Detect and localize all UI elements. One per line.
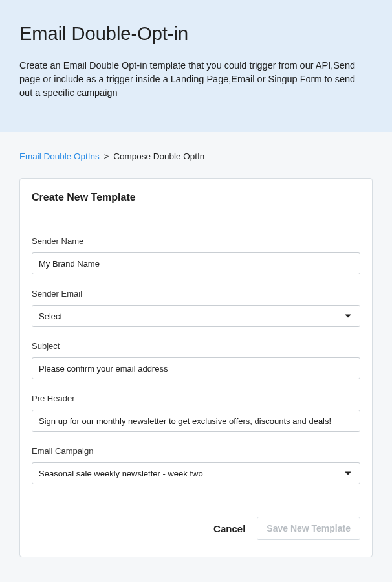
card-footer: Cancel Save New Template [20, 505, 372, 557]
page-hero: Email Double-Opt-in Create an Email Doub… [0, 0, 392, 132]
email-campaign-group: Email Campaign Seasonal sale weekly news… [32, 446, 360, 484]
card-header: Create New Template [20, 179, 372, 218]
cancel-button[interactable]: Cancel [213, 523, 245, 534]
card-body: Sender Name Sender Email Select Subject … [20, 218, 372, 505]
subject-label: Subject [32, 341, 360, 351]
sender-email-group: Sender Email Select [32, 289, 360, 327]
breadcrumb-current: Compose Double OptIn [113, 151, 204, 161]
sender-name-label: Sender Name [32, 236, 360, 246]
email-campaign-select[interactable]: Seasonal sale weekly newsletter - week t… [32, 462, 360, 484]
email-campaign-select-wrap: Seasonal sale weekly newsletter - week t… [32, 462, 360, 484]
sender-name-group: Sender Name [32, 236, 360, 274]
card-title: Create New Template [32, 192, 360, 203]
page-content: Email Double OptIns > Compose Double Opt… [0, 132, 392, 570]
pre-header-label: Pre Header [32, 394, 360, 403]
breadcrumb: Email Double OptIns > Compose Double Opt… [19, 151, 373, 161]
pre-header-input[interactable] [32, 410, 360, 432]
save-new-template-button[interactable]: Save New Template [257, 517, 360, 540]
breadcrumb-link-email-double-optins[interactable]: Email Double OptIns [19, 151, 100, 161]
breadcrumb-separator: > [104, 151, 109, 161]
page-title: Email Double-Opt-in [19, 23, 373, 45]
sender-email-label: Sender Email [32, 289, 360, 298]
page-description: Create an Email Double Opt-in template t… [19, 59, 369, 100]
subject-input[interactable] [32, 357, 360, 379]
create-template-card: Create New Template Sender Name Sender E… [19, 178, 373, 557]
sender-email-select-wrap: Select [32, 305, 360, 327]
sender-name-input[interactable] [32, 252, 360, 274]
subject-group: Subject [32, 341, 360, 379]
email-campaign-label: Email Campaign [32, 446, 360, 456]
sender-email-select[interactable]: Select [32, 305, 360, 327]
pre-header-group: Pre Header [32, 394, 360, 432]
